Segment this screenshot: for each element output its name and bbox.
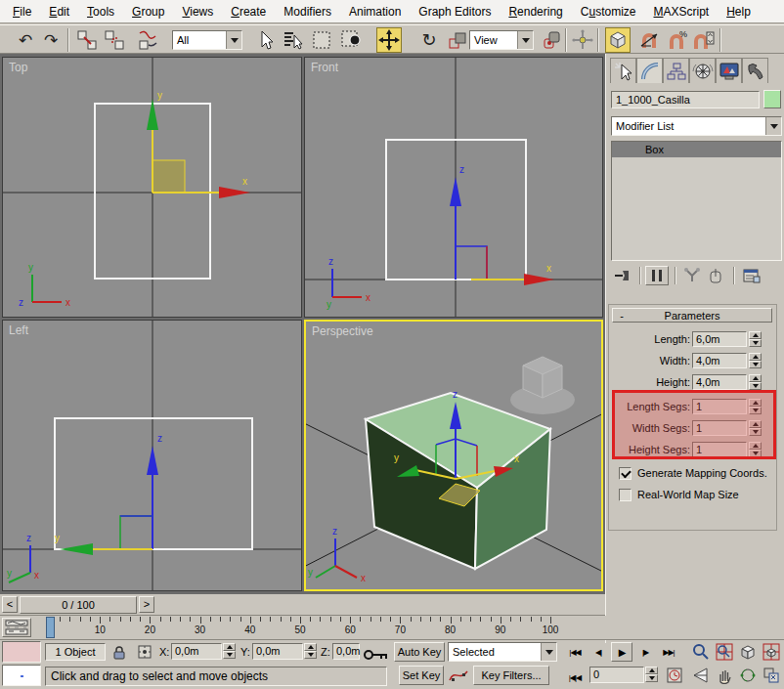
- generate-mapping-coords-checkbox[interactable]: [619, 467, 632, 480]
- window-crossing-toggle-button[interactable]: [338, 27, 364, 53]
- use-pivot-point-center-button[interactable]: [539, 27, 564, 53]
- menu-item-edit[interactable]: Edit: [40, 2, 78, 22]
- menu-item-help[interactable]: Help: [718, 2, 760, 22]
- show-end-result-button[interactable]: [645, 266, 669, 285]
- time-slider-back-button[interactable]: <: [2, 596, 18, 613]
- maxscript-listener-white[interactable]: [2, 665, 41, 686]
- next-frame-button[interactable]: |▶: [634, 642, 656, 662]
- menu-item-tools[interactable]: Tools: [78, 2, 123, 22]
- tab-create[interactable]: [610, 58, 636, 83]
- current-frame-field[interactable]: 0: [589, 667, 644, 683]
- select-and-link-button[interactable]: [74, 27, 100, 53]
- new-key-default-in-out-tangents-button[interactable]: [448, 666, 469, 685]
- percent-snap-toggle-button[interactable]: %: [665, 27, 690, 53]
- menu-item-modifiers[interactable]: Modifiers: [275, 2, 340, 22]
- parameters-rollout-header[interactable]: - Parameters: [612, 308, 772, 323]
- tab-display[interactable]: [716, 58, 742, 83]
- x-coordinate-field[interactable]: 0,0m: [171, 643, 222, 660]
- set-keys-key-button[interactable]: [363, 645, 390, 665]
- select-by-name-button[interactable]: [280, 27, 305, 53]
- make-unique-button[interactable]: [680, 266, 704, 285]
- reference-coordinate-system-dropdown[interactable]: View: [469, 30, 534, 50]
- snaps-toggle-button[interactable]: [605, 27, 631, 53]
- width-field[interactable]: 4,0m: [692, 353, 747, 368]
- select-and-rotate-button[interactable]: ↻: [416, 27, 442, 53]
- x-coordinate-spinner[interactable]: [223, 643, 236, 659]
- current-frame-marker[interactable]: [46, 617, 55, 638]
- height-segs-spinner[interactable]: [749, 442, 762, 457]
- maxscript-listener-pink[interactable]: [2, 641, 41, 663]
- go-to-end-button[interactable]: ▶▶|: [658, 642, 679, 662]
- zoom-extents-all-button[interactable]: [761, 642, 782, 662]
- angle-snap-toggle-button[interactable]: [636, 27, 662, 53]
- current-frame-spinner[interactable]: [645, 667, 658, 682]
- time-configuration-button[interactable]: [665, 666, 684, 685]
- remove-modifier-button[interactable]: [704, 266, 727, 285]
- pan-button[interactable]: [714, 666, 735, 685]
- rectangular-selection-region-button[interactable]: [309, 27, 334, 53]
- menu-item-views[interactable]: Views: [173, 2, 222, 22]
- pin-stack-button[interactable]: [612, 266, 635, 285]
- open-mini-curve-editor-button[interactable]: [2, 618, 31, 637]
- arc-rotate-button[interactable]: [737, 666, 759, 685]
- menu-item-maxscript[interactable]: MAXScript: [645, 2, 719, 22]
- viewport-front[interactable]: Front z x z x y: [304, 57, 603, 318]
- menu-item-rendering[interactable]: Rendering: [500, 2, 571, 22]
- height-spinner[interactable]: [749, 374, 762, 390]
- viewport-left[interactable]: Left z y z y x: [2, 320, 302, 591]
- z-coordinate-field[interactable]: 0,0m: [332, 643, 360, 660]
- auto-key-button[interactable]: Auto Key: [394, 642, 445, 662]
- track-bar-ruler[interactable]: 0102030405060708090100: [33, 616, 604, 640]
- width-segs-field[interactable]: 1: [692, 420, 747, 436]
- menu-item-animation[interactable]: Animation: [340, 2, 410, 22]
- width-segs-spinner[interactable]: [749, 420, 762, 436]
- tab-motion[interactable]: [689, 58, 716, 83]
- configure-modifier-sets-button[interactable]: [740, 266, 763, 285]
- zoom-button[interactable]: [690, 642, 712, 662]
- length-spinner[interactable]: [749, 331, 762, 347]
- previous-frame-button[interactable]: ◀|: [588, 642, 609, 662]
- width-spinner[interactable]: [749, 353, 762, 368]
- unlink-selection-button[interactable]: [102, 27, 127, 53]
- go-to-start-button[interactable]: |◀◀: [564, 642, 586, 662]
- time-slider-forward-button[interactable]: >: [139, 596, 154, 613]
- length-segs-spinner[interactable]: [749, 399, 762, 414]
- real-world-map-size-checkbox[interactable]: [619, 489, 632, 501]
- modifier-stack-item-box[interactable]: Box: [612, 142, 781, 157]
- modifier-list-dropdown[interactable]: Modifier List: [611, 116, 782, 136]
- absolute-mode-transform-toggle[interactable]: [135, 643, 154, 661]
- menu-item-customize[interactable]: Customize: [572, 2, 645, 22]
- redo-button[interactable]: ↷: [38, 27, 64, 53]
- zoom-extents-button[interactable]: [737, 642, 759, 662]
- tab-modify[interactable]: [636, 58, 663, 83]
- select-and-scale-button[interactable]: [445, 27, 470, 53]
- menu-item-file[interactable]: File: [4, 2, 40, 22]
- select-and-move-button[interactable]: [376, 27, 402, 53]
- zoom-all-button[interactable]: [714, 642, 735, 662]
- y-coordinate-spinner[interactable]: [304, 643, 317, 659]
- set-key-button[interactable]: Set Key: [399, 666, 444, 685]
- length-field[interactable]: 6,0m: [692, 331, 747, 347]
- object-name-field[interactable]: 1_1000_Casilla: [611, 91, 760, 108]
- tab-utilities[interactable]: [742, 58, 768, 83]
- object-color-swatch[interactable]: [763, 90, 781, 108]
- key-mode-toggle-button[interactable]: |◀|◀: [564, 667, 586, 687]
- height-segs-field[interactable]: 1: [692, 442, 747, 457]
- menu-item-create[interactable]: Create: [222, 2, 275, 22]
- selection-lock-toggle[interactable]: [109, 643, 129, 661]
- viewport-perspective[interactable]: Perspective: [304, 320, 603, 591]
- viewport-top[interactable]: Top y x y x z: [2, 57, 302, 318]
- key-filters-button[interactable]: Key Filters...: [473, 666, 549, 685]
- maximize-viewport-toggle-button[interactable]: [761, 666, 782, 685]
- undo-button[interactable]: ↶: [13, 27, 38, 53]
- length-segs-field[interactable]: 1: [692, 399, 747, 414]
- select-object-button[interactable]: [252, 27, 278, 53]
- tab-hierarchy[interactable]: [663, 58, 689, 83]
- bind-to-space-warp-button[interactable]: [135, 27, 160, 53]
- selection-filter-dropdown[interactable]: All: [172, 30, 242, 50]
- field-of-view-button[interactable]: [690, 666, 712, 685]
- height-field[interactable]: 4,0m: [692, 374, 747, 390]
- menu-item-graph-editors[interactable]: Graph Editors: [410, 2, 500, 22]
- time-slider-thumb[interactable]: 0 / 100: [20, 596, 137, 614]
- menu-item-group[interactable]: Group: [123, 2, 173, 22]
